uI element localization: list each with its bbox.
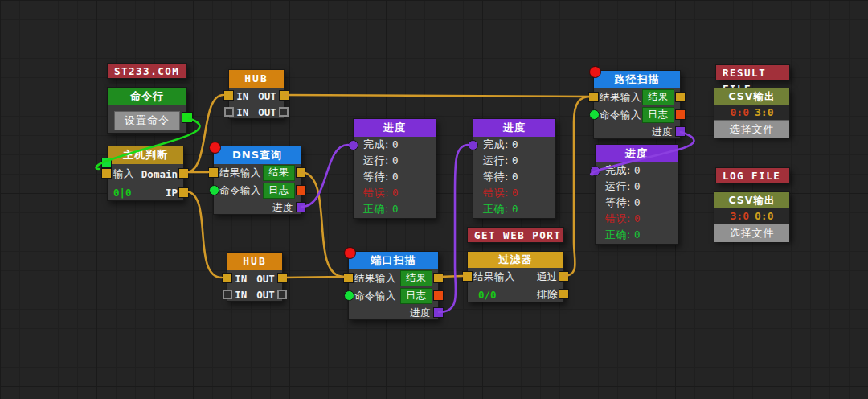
hub-out-port-empty[interactable] <box>277 290 287 299</box>
node-result-csv-output[interactable]: CSV输出 0:03:0 选择文件 <box>714 88 790 137</box>
filter-counter: 0/0 <box>473 289 497 301</box>
progress-row-label: 运行: <box>483 154 509 167</box>
progress-input-port[interactable] <box>348 140 358 150</box>
node-get-web-port-banner[interactable]: GET WEB PORT <box>467 227 564 243</box>
progress-output-port[interactable] <box>675 126 686 137</box>
node-header[interactable]: 端口扫描 <box>349 252 438 269</box>
hub-out-port[interactable] <box>277 273 288 283</box>
csv-output-button[interactable]: CSV输出 <box>714 88 789 105</box>
wire-dns-progress <box>301 145 348 207</box>
log-output-port[interactable] <box>433 290 444 301</box>
hub-in-port[interactable] <box>223 90 234 101</box>
hub-in-port-empty[interactable] <box>224 107 234 117</box>
stat-second: 0:0 <box>755 210 773 222</box>
node-header[interactable]: HUB <box>227 253 282 270</box>
result-input-port[interactable] <box>588 92 599 102</box>
choose-file-button[interactable]: 选择文件 <box>714 224 789 242</box>
hub-out-label: OUT <box>256 273 275 285</box>
command-input-port[interactable] <box>589 109 600 120</box>
csv-stats: 3:00:0 <box>714 208 789 224</box>
csv-output-button[interactable]: CSV输出 <box>714 192 789 208</box>
result-input-label: 结果输入 <box>354 272 396 286</box>
hub-out-port[interactable] <box>279 90 289 101</box>
choose-file-button[interactable]: 选择文件 <box>714 120 789 138</box>
result-input-port[interactable] <box>343 273 354 283</box>
node-dns-query[interactable]: DNS查询 结果输入 结果 命令输入 日志 进度 <box>213 146 301 215</box>
progress-input-port[interactable] <box>590 166 600 176</box>
progress-row-value: 0 <box>512 154 518 167</box>
result-input-port[interactable] <box>208 167 219 178</box>
log-output-port[interactable] <box>675 109 686 120</box>
hub-in-port[interactable] <box>222 273 232 283</box>
hub-out-label: OUT <box>258 106 276 118</box>
node-command-line[interactable]: 命令行 设置命令 <box>107 87 187 134</box>
node-path-scan[interactable]: 路径扫描 结果输入 结果 命令输入 日志 进度 <box>593 70 681 139</box>
log-button[interactable]: 日志 <box>400 288 432 304</box>
node-header[interactable]: DNS查询 <box>214 146 301 164</box>
progress-row-value: 0 <box>512 203 518 215</box>
set-command-button[interactable]: 设置命令 <box>114 111 180 130</box>
progress-input-port[interactable] <box>468 140 478 150</box>
pass-label: 通过 <box>537 270 558 284</box>
hub-out-port-empty[interactable] <box>279 107 289 117</box>
result-output-port[interactable] <box>675 92 686 102</box>
node-port-scan[interactable]: 端口扫描 结果输入 结果 命令输入 日志 进度 <box>348 251 439 320</box>
result-button[interactable]: 结果 <box>263 165 295 181</box>
node-header[interactable]: 进度 <box>354 119 436 137</box>
log-button[interactable]: 日志 <box>642 107 674 123</box>
node-header[interactable]: 进度 <box>473 119 555 137</box>
node-log-csv-output[interactable]: CSV输出 3:00:0 选择文件 <box>714 191 790 241</box>
hub-in-port-empty[interactable] <box>223 290 232 299</box>
node-editor-canvas[interactable]: ST233.COM 命令行 设置命令 主机判断 输入 Domain 0|0 IP… <box>0 0 868 399</box>
node-st233-banner[interactable]: ST233.COM <box>107 63 187 79</box>
stat-first: 0:0 <box>731 106 749 118</box>
node-progress-pathscan[interactable]: 进度 完成:0 运行:0 等待:0 错误:0 正确:0 <box>595 144 678 245</box>
exclude-output-port[interactable] <box>559 289 569 299</box>
progress-label: 进度 <box>652 125 673 139</box>
node-progress-portscan[interactable]: 进度 完成:0 运行:0 等待:0 错误:0 正确:0 <box>473 118 556 219</box>
progress-row-label: 错误: <box>363 187 389 199</box>
result-button[interactable]: 结果 <box>400 270 432 286</box>
result-output-port[interactable] <box>433 273 444 283</box>
command-output-port[interactable] <box>182 112 193 123</box>
progress-row-label: 等待: <box>483 171 509 183</box>
progress-label: 进度 <box>410 306 431 320</box>
node-log-file-banner[interactable]: LOG FILE <box>715 167 790 183</box>
node-header[interactable]: 主机判断 <box>108 146 183 164</box>
csv-stats: 0:03:0 <box>714 105 789 120</box>
command-input-port[interactable] <box>344 290 354 301</box>
progress-output-port[interactable] <box>433 307 444 318</box>
progress-row-label: 运行: <box>605 180 631 192</box>
banner-title: ST233.COM <box>114 65 179 77</box>
host-counter: 0|0 <box>113 187 132 199</box>
input-port[interactable] <box>101 168 112 179</box>
progress-row-value: 0 <box>392 138 399 150</box>
node-header[interactable]: HUB <box>229 70 284 88</box>
progress-row-value: 0 <box>634 164 641 176</box>
ip-output-port[interactable] <box>178 187 189 198</box>
domain-output-port[interactable] <box>178 168 189 179</box>
result-input-port[interactable] <box>462 271 473 282</box>
node-header[interactable]: 路径扫描 <box>594 71 680 88</box>
node-progress-dns[interactable]: 进度 完成:0 运行:0 等待:0 错误:0 正确:0 <box>353 118 436 219</box>
command-input-label: 命令输入 <box>354 290 396 303</box>
progress-row-label: 等待: <box>605 196 631 208</box>
command-input-port[interactable] <box>209 185 219 195</box>
node-hub-top[interactable]: HUB IN OUT IN OUT <box>228 69 285 119</box>
node-result-file-banner[interactable]: RESULT FILE <box>715 64 790 80</box>
log-button[interactable]: 日志 <box>263 183 295 199</box>
progress-row-value: 0 <box>392 203 399 215</box>
result-button[interactable]: 结果 <box>642 89 674 105</box>
progress-output-port[interactable] <box>296 202 306 212</box>
command-input-port[interactable] <box>101 158 112 168</box>
node-header[interactable]: 进度 <box>596 145 678 162</box>
node-host-judge[interactable]: 主机判断 输入 Domain 0|0 IP <box>107 146 184 201</box>
pass-output-port[interactable] <box>559 271 569 282</box>
node-header[interactable]: 命令行 <box>108 88 186 105</box>
node-header[interactable]: 过滤器 <box>468 252 563 268</box>
log-output-port[interactable] <box>296 185 306 195</box>
hub-in-label: IN <box>235 289 247 301</box>
node-hub-bottom[interactable]: HUB IN OUT IN OUT <box>227 252 283 302</box>
result-output-port[interactable] <box>296 167 306 178</box>
node-filter[interactable]: 过滤器 结果输入 通过 0/0 排除 <box>467 251 564 302</box>
